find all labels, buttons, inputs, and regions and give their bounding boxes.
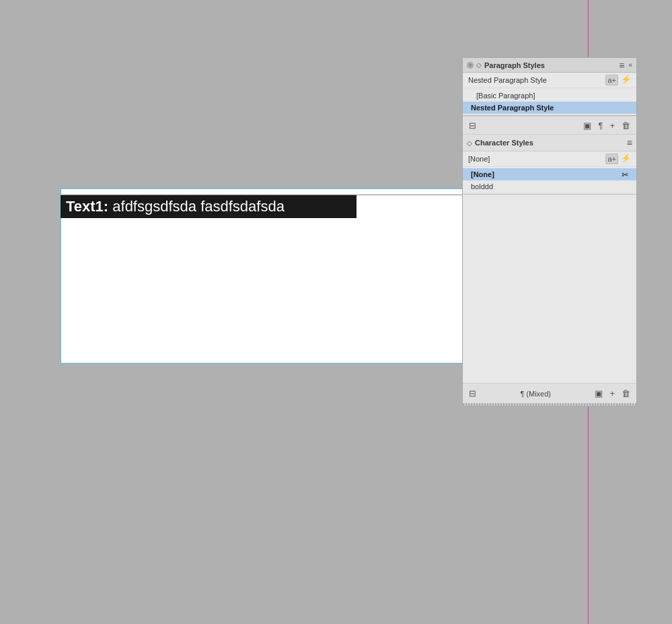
add-para-style-button[interactable]: + bbox=[607, 119, 617, 132]
paragraph-lightning-button[interactable]: ⚡ bbox=[621, 75, 631, 85]
bottom-layers-icon[interactable]: ⊟ bbox=[467, 387, 478, 400]
bottom-toolbar-left: ⊟ bbox=[467, 387, 478, 400]
paragraph-selected-label-row: Nested Paragraph Style a+ ⚡ bbox=[463, 73, 636, 88]
toolbar-right: ▣ ¶ + 🗑 bbox=[581, 119, 632, 132]
panel-header-left: × ◇ Paragraph Styles bbox=[467, 61, 545, 69]
bottom-toolbar: ⊟ ¶ (Mixed) ▣ + 🗑 bbox=[463, 383, 636, 403]
panel-diamond-icon: ◇ bbox=[476, 61, 482, 69]
panel-menu-button[interactable]: ≡ bbox=[619, 60, 624, 71]
bottom-folder-icon[interactable]: ▣ bbox=[593, 387, 605, 400]
panel-container: × ◇ Paragraph Styles ≡ « Nested Paragrap… bbox=[462, 57, 637, 407]
panel-title: Paragraph Styles bbox=[484, 61, 545, 69]
bottom-mixed-label: ¶ (Mixed) bbox=[520, 390, 551, 398]
panel-title-row: ◇ Paragraph Styles bbox=[476, 61, 545, 69]
character-none-label: [None] bbox=[471, 170, 494, 178]
character-style-item-bolddd[interactable]: bolddd bbox=[463, 180, 636, 193]
text-block-content: Text1: afdfsgsdfsda fasdfsdafsda bbox=[66, 198, 351, 215]
layers-icon[interactable]: ⊟ bbox=[467, 119, 478, 132]
paragraph-style-item[interactable]: [Basic Paragraph] bbox=[463, 90, 636, 102]
character-style-item-none[interactable]: [None] ✂ bbox=[463, 168, 636, 180]
panel-empty-space bbox=[463, 195, 636, 383]
mixed-text: ¶ (Mixed) bbox=[520, 390, 551, 398]
character-menu-button[interactable]: ≡ bbox=[627, 137, 632, 148]
panel-collapse-button[interactable]: « bbox=[628, 61, 632, 69]
character-styles-title: Character Styles bbox=[475, 139, 533, 147]
paragraph-toolbar: ⊟ ▣ ¶ + 🗑 bbox=[463, 116, 636, 135]
bottom-delete-button[interactable]: 🗑 bbox=[620, 387, 632, 400]
paragraph-styles-section: Nested Paragraph Style a+ ⚡ [Basic Parag… bbox=[463, 73, 636, 116]
paragraph-add-button[interactable]: a+ bbox=[605, 75, 618, 85]
delete-para-style-button[interactable]: 🗑 bbox=[620, 119, 632, 132]
character-lightning-button[interactable]: ⚡ bbox=[621, 153, 631, 164]
text-value: afdfsgsdfsda fasdfsdafsda bbox=[108, 198, 285, 215]
character-add-button[interactable]: a+ bbox=[605, 153, 618, 164]
text-block[interactable]: Text1: afdfsgsdfsda fasdfsdafsda bbox=[61, 195, 357, 218]
character-section-title-group: ◇ Character Styles bbox=[467, 139, 533, 147]
paragraph-style-list: [Basic Paragraph] Nested Paragraph Style bbox=[463, 88, 636, 115]
paragraph-selected-label: Nested Paragraph Style bbox=[468, 76, 547, 84]
toolbar-left: ⊟ bbox=[467, 119, 478, 132]
character-styles-section: [None] a+ ⚡ [None] ✂ bolddd bbox=[463, 151, 636, 195]
character-selected-label-row: [None] a+ ⚡ bbox=[463, 151, 636, 167]
text-label: Text1: bbox=[66, 198, 108, 215]
folder-icon[interactable]: ▣ bbox=[581, 119, 593, 132]
bottom-add-button[interactable]: + bbox=[607, 387, 617, 400]
character-diamond-icon: ◇ bbox=[467, 139, 472, 147]
panel-resize-handle[interactable] bbox=[463, 403, 636, 406]
para-icon[interactable]: ¶ bbox=[596, 119, 605, 132]
bottom-toolbar-right: ▣ + 🗑 bbox=[593, 387, 632, 400]
paragraph-selected-actions: a+ ⚡ bbox=[605, 75, 631, 85]
panel-header: × ◇ Paragraph Styles ≡ « bbox=[463, 58, 636, 73]
character-selected-label: [None] bbox=[468, 155, 490, 163]
character-style-list: [None] ✂ bolddd bbox=[463, 167, 636, 194]
character-styles-section-header: ◇ Character Styles ≡ bbox=[463, 135, 636, 151]
paragraph-style-item-selected[interactable]: Nested Paragraph Style bbox=[463, 102, 636, 114]
character-selected-actions: a+ ⚡ bbox=[605, 153, 631, 164]
scissors-icon: ✂ bbox=[622, 170, 628, 180]
panel-close-button[interactable]: × bbox=[467, 62, 474, 69]
